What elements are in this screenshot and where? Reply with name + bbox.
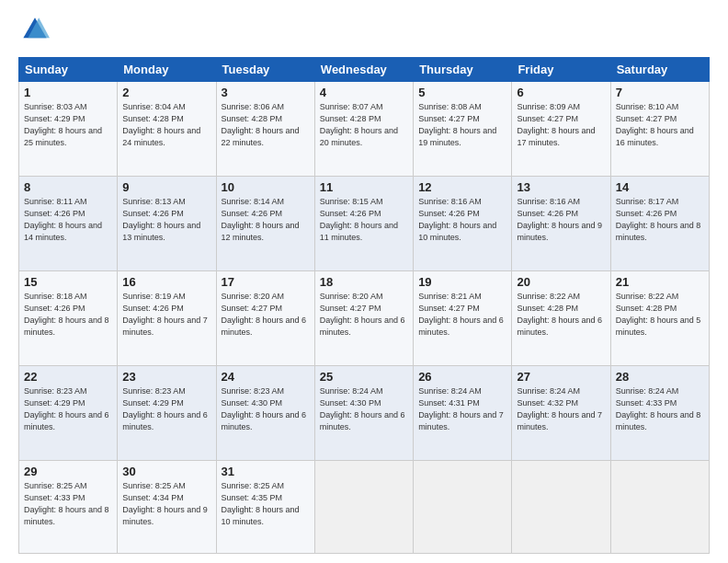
- table-row: 8 Sunrise: 8:11 AM Sunset: 4:26 PM Dayli…: [19, 177, 118, 271]
- table-row: 1 Sunrise: 8:03 AM Sunset: 4:29 PM Dayli…: [19, 82, 118, 177]
- day-info: Sunrise: 8:25 AM Sunset: 4:33 PM Dayligh…: [24, 480, 112, 528]
- table-row: [512, 461, 610, 554]
- table-row: [314, 461, 413, 554]
- logo: [18, 15, 51, 48]
- calendar-header-row: Sunday Monday Tuesday Wednesday Thursday…: [19, 58, 710, 82]
- day-number: 15: [24, 275, 112, 289]
- day-number: 6: [517, 86, 605, 99]
- table-row: 28 Sunrise: 8:24 AM Sunset: 4:33 PM Dayl…: [610, 366, 709, 461]
- day-info: Sunrise: 8:17 AM Sunset: 4:26 PM Dayligh…: [616, 196, 704, 244]
- table-row: 26 Sunrise: 8:24 AM Sunset: 4:31 PM Dayl…: [414, 366, 512, 461]
- day-number: 21: [616, 275, 704, 289]
- day-info: Sunrise: 8:11 AM Sunset: 4:26 PM Dayligh…: [24, 196, 112, 244]
- day-number: 11: [320, 180, 408, 194]
- calendar-week-row: 15 Sunrise: 8:18 AM Sunset: 4:26 PM Dayl…: [19, 271, 710, 366]
- table-row: 25 Sunrise: 8:24 AM Sunset: 4:30 PM Dayl…: [314, 366, 413, 461]
- day-info: Sunrise: 8:22 AM Sunset: 4:28 PM Dayligh…: [616, 291, 704, 339]
- col-tuesday: Tuesday: [216, 58, 314, 82]
- day-info: Sunrise: 8:22 AM Sunset: 4:28 PM Dayligh…: [517, 291, 605, 339]
- day-info: Sunrise: 8:24 AM Sunset: 4:33 PM Dayligh…: [616, 385, 704, 433]
- day-number: 9: [122, 180, 210, 194]
- day-info: Sunrise: 8:04 AM Sunset: 4:28 PM Dayligh…: [122, 101, 210, 149]
- day-number: 18: [320, 275, 408, 289]
- day-number: 1: [24, 86, 112, 99]
- day-info: Sunrise: 8:24 AM Sunset: 4:32 PM Dayligh…: [517, 385, 605, 433]
- table-row: 14 Sunrise: 8:17 AM Sunset: 4:26 PM Dayl…: [610, 177, 709, 271]
- day-info: Sunrise: 8:14 AM Sunset: 4:26 PM Dayligh…: [222, 196, 310, 244]
- day-info: Sunrise: 8:10 AM Sunset: 4:27 PM Dayligh…: [616, 101, 704, 149]
- table-row: 2 Sunrise: 8:04 AM Sunset: 4:28 PM Dayli…: [118, 82, 216, 177]
- day-number: 14: [616, 180, 704, 194]
- day-number: 7: [616, 86, 704, 99]
- day-info: Sunrise: 8:25 AM Sunset: 4:35 PM Dayligh…: [222, 480, 310, 528]
- calendar: Sunday Monday Tuesday Wednesday Thursday…: [18, 57, 710, 554]
- day-info: Sunrise: 8:03 AM Sunset: 4:29 PM Dayligh…: [24, 101, 112, 149]
- day-info: Sunrise: 8:16 AM Sunset: 4:26 PM Dayligh…: [418, 196, 506, 244]
- table-row: 6 Sunrise: 8:09 AM Sunset: 4:27 PM Dayli…: [512, 82, 610, 177]
- day-number: 24: [222, 370, 310, 384]
- day-number: 16: [122, 275, 210, 289]
- table-row: 19 Sunrise: 8:21 AM Sunset: 4:27 PM Dayl…: [414, 271, 512, 366]
- day-number: 26: [418, 370, 506, 384]
- table-row: 20 Sunrise: 8:22 AM Sunset: 4:28 PM Dayl…: [512, 271, 610, 366]
- day-number: 28: [616, 370, 704, 384]
- day-number: 10: [222, 180, 310, 194]
- table-row: 4 Sunrise: 8:07 AM Sunset: 4:28 PM Dayli…: [314, 82, 413, 177]
- day-number: 12: [418, 180, 506, 194]
- day-number: 22: [24, 370, 112, 384]
- col-thursday: Thursday: [414, 58, 512, 82]
- day-info: Sunrise: 8:24 AM Sunset: 4:31 PM Dayligh…: [418, 385, 506, 433]
- day-number: 25: [320, 370, 408, 384]
- calendar-week-row: 1 Sunrise: 8:03 AM Sunset: 4:29 PM Dayli…: [19, 82, 710, 177]
- day-info: Sunrise: 8:18 AM Sunset: 4:26 PM Dayligh…: [24, 291, 112, 339]
- day-number: 31: [222, 465, 310, 478]
- logo-icon: [20, 15, 50, 44]
- calendar-week-row: 29 Sunrise: 8:25 AM Sunset: 4:33 PM Dayl…: [19, 461, 710, 554]
- day-number: 13: [517, 180, 605, 194]
- day-info: Sunrise: 8:16 AM Sunset: 4:26 PM Dayligh…: [517, 196, 605, 244]
- day-number: 30: [122, 465, 210, 478]
- header: [18, 15, 710, 48]
- table-row: 16 Sunrise: 8:19 AM Sunset: 4:26 PM Dayl…: [118, 271, 216, 366]
- day-number: 27: [517, 370, 605, 384]
- day-info: Sunrise: 8:20 AM Sunset: 4:27 PM Dayligh…: [320, 291, 408, 339]
- table-row: [414, 461, 512, 554]
- day-number: 4: [320, 86, 408, 99]
- day-info: Sunrise: 8:23 AM Sunset: 4:29 PM Dayligh…: [122, 385, 210, 433]
- page: Sunday Monday Tuesday Wednesday Thursday…: [0, 0, 728, 563]
- day-number: 19: [418, 275, 506, 289]
- day-info: Sunrise: 8:25 AM Sunset: 4:34 PM Dayligh…: [122, 480, 210, 528]
- table-row: 13 Sunrise: 8:16 AM Sunset: 4:26 PM Dayl…: [512, 177, 610, 271]
- day-info: Sunrise: 8:23 AM Sunset: 4:29 PM Dayligh…: [24, 385, 112, 433]
- calendar-week-row: 8 Sunrise: 8:11 AM Sunset: 4:26 PM Dayli…: [19, 177, 710, 271]
- table-row: 17 Sunrise: 8:20 AM Sunset: 4:27 PM Dayl…: [216, 271, 314, 366]
- day-info: Sunrise: 8:21 AM Sunset: 4:27 PM Dayligh…: [418, 291, 506, 339]
- day-number: 23: [122, 370, 210, 384]
- day-info: Sunrise: 8:23 AM Sunset: 4:30 PM Dayligh…: [222, 385, 310, 433]
- col-saturday: Saturday: [610, 58, 709, 82]
- day-number: 29: [24, 465, 112, 478]
- day-number: 17: [222, 275, 310, 289]
- day-number: 5: [418, 86, 506, 99]
- day-number: 2: [122, 86, 210, 99]
- col-sunday: Sunday: [19, 58, 118, 82]
- table-row: 5 Sunrise: 8:08 AM Sunset: 4:27 PM Dayli…: [414, 82, 512, 177]
- day-number: 8: [24, 180, 112, 194]
- table-row: 11 Sunrise: 8:15 AM Sunset: 4:26 PM Dayl…: [314, 177, 413, 271]
- col-monday: Monday: [118, 58, 216, 82]
- table-row: 31 Sunrise: 8:25 AM Sunset: 4:35 PM Dayl…: [216, 461, 314, 554]
- table-row: 3 Sunrise: 8:06 AM Sunset: 4:28 PM Dayli…: [216, 82, 314, 177]
- table-row: 9 Sunrise: 8:13 AM Sunset: 4:26 PM Dayli…: [118, 177, 216, 271]
- day-info: Sunrise: 8:09 AM Sunset: 4:27 PM Dayligh…: [517, 101, 605, 149]
- day-info: Sunrise: 8:24 AM Sunset: 4:30 PM Dayligh…: [320, 385, 408, 433]
- table-row: 12 Sunrise: 8:16 AM Sunset: 4:26 PM Dayl…: [414, 177, 512, 271]
- table-row: 22 Sunrise: 8:23 AM Sunset: 4:29 PM Dayl…: [19, 366, 118, 461]
- table-row: 27 Sunrise: 8:24 AM Sunset: 4:32 PM Dayl…: [512, 366, 610, 461]
- calendar-week-row: 22 Sunrise: 8:23 AM Sunset: 4:29 PM Dayl…: [19, 366, 710, 461]
- table-row: 29 Sunrise: 8:25 AM Sunset: 4:33 PM Dayl…: [19, 461, 118, 554]
- table-row: [610, 461, 709, 554]
- day-info: Sunrise: 8:20 AM Sunset: 4:27 PM Dayligh…: [222, 291, 310, 339]
- table-row: 7 Sunrise: 8:10 AM Sunset: 4:27 PM Dayli…: [610, 82, 709, 177]
- day-number: 3: [222, 86, 310, 99]
- day-info: Sunrise: 8:19 AM Sunset: 4:26 PM Dayligh…: [122, 291, 210, 339]
